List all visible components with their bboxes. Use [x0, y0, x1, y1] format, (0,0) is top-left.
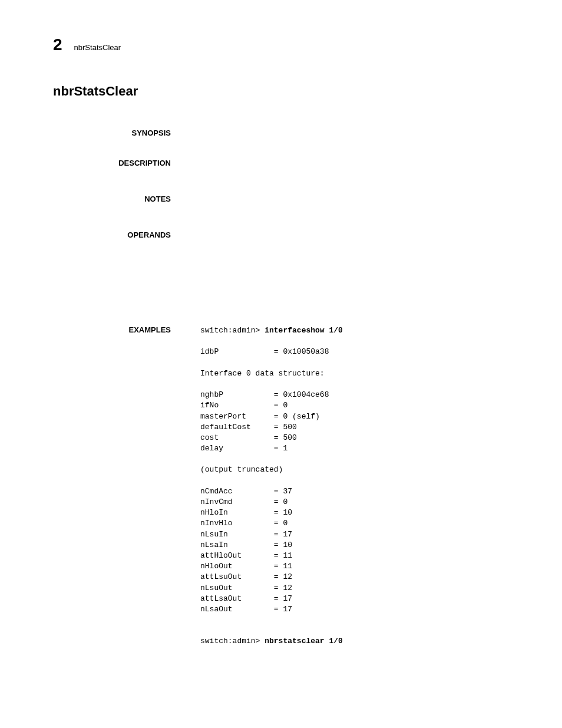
examples-label: EXAMPLES: [53, 325, 200, 647]
line6: defaultCost = 500: [200, 423, 297, 431]
line20: attLsaOut = 17: [200, 594, 292, 603]
line1: idbP = 0x10050a38: [200, 347, 329, 356]
line18: attLsuOut = 12: [200, 572, 292, 581]
section-notes: NOTES: [53, 195, 527, 203]
prompt1: switch:admin>: [200, 326, 265, 335]
line4: ifNo = 0: [200, 401, 287, 410]
operands-content: [200, 230, 527, 239]
cmd2: nbrstatsclear 1/0: [265, 637, 343, 645]
line11: nInvCmd = 0: [200, 498, 287, 506]
line16: attHloOut = 11: [200, 551, 292, 560]
line9: (output truncated): [200, 465, 283, 474]
section-operands: OPERANDS: [53, 230, 527, 239]
section-description: DESCRIPTION: [53, 159, 527, 167]
section-synopsis: SYNOPSIS: [53, 129, 527, 137]
line7: cost = 500: [200, 433, 297, 442]
examples-content: switch:admin> interfaceshow 1/0 idbP = 0…: [200, 325, 527, 647]
page: 2 nbrStatsClear nbrStatsClear SYNOPSIS D…: [0, 0, 562, 686]
prompt2: switch:admin>: [200, 637, 265, 645]
line19: nLsuOut = 12: [200, 584, 292, 592]
page-title: nbrStatsClear: [53, 84, 527, 99]
description-label: DESCRIPTION: [53, 159, 200, 167]
chapter-number: 2: [53, 35, 62, 54]
cmd1: interfaceshow 1/0: [265, 326, 343, 335]
synopsis-content: [200, 129, 527, 137]
line17: nHloOut = 11: [200, 562, 292, 571]
example-block: switch:admin> interfaceshow 1/0 idbP = 0…: [200, 325, 527, 647]
line3: nghbP = 0x1004ce68: [200, 390, 329, 399]
line15: nLsaIn = 10: [200, 541, 292, 549]
section-examples: EXAMPLES switch:admin> interfaceshow 1/0…: [53, 325, 527, 647]
header-text: nbrStatsClear: [74, 43, 121, 52]
notes-label: NOTES: [53, 195, 200, 203]
line8: delay = 1: [200, 444, 287, 453]
line12: nHloIn = 10: [200, 508, 292, 517]
notes-content: [200, 195, 527, 203]
line10: nCmdAcc = 37: [200, 487, 292, 496]
line14: nLsuIn = 17: [200, 530, 292, 539]
line2: Interface 0 data structure:: [200, 369, 325, 378]
line21: nLsaOut = 17: [200, 605, 292, 614]
line5: masterPort = 0 (self): [200, 412, 320, 421]
page-header: 2 nbrStatsClear: [53, 35, 527, 54]
operands-label: OPERANDS: [53, 230, 200, 239]
description-content: [200, 159, 527, 167]
line13: nInvHlo = 0: [200, 519, 287, 528]
synopsis-label: SYNOPSIS: [53, 129, 200, 137]
